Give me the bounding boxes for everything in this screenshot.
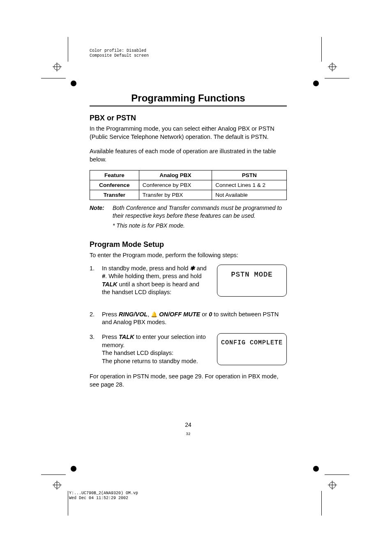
note-label: Note:	[90, 204, 113, 220]
bell-icon: 🔔	[151, 311, 157, 318]
talk-key: TALK	[119, 334, 134, 340]
lcd-text: PSTN MODE	[231, 271, 273, 279]
step-number: 2.	[90, 311, 102, 327]
step-2: 2. Press RING/VOL, 🔔 ON/OFF MUTE or 0 to…	[90, 311, 287, 327]
th-feature: Feature	[90, 170, 139, 180]
page-title: Programming Functions	[90, 92, 287, 106]
program-mode-intro: To enter the Program mode, perform the f…	[90, 251, 287, 260]
cell-pstn: Connect Lines 1 & 2	[212, 180, 287, 190]
crop-mark	[321, 37, 322, 62]
crop-mark	[325, 78, 349, 78]
page-content: Programming Functions PBX or PSTN In the…	[90, 92, 287, 436]
th-pstn: PSTN	[212, 170, 287, 180]
note-sub: * This note is for PBX mode.	[113, 222, 287, 229]
crop-mark	[41, 78, 66, 78]
onoff-mute-key: ON/OFF MUTE	[157, 311, 200, 318]
section-pbx-or-pstn-title: PBX or PSTN	[90, 114, 287, 122]
regmark-top-left	[53, 62, 65, 75]
intro-paragraph-2: Available features of each mode of opera…	[90, 147, 287, 164]
step-1-row: 1. In standby mode, press and hold ✱ and…	[90, 265, 287, 303]
ring-vol-key: RING/VOL	[119, 311, 148, 318]
cell-feature: Transfer	[90, 190, 139, 200]
talk-key: TALK	[102, 281, 118, 288]
regmark-top-right	[328, 62, 340, 75]
regmark-bottom-right	[328, 481, 340, 493]
intro-paragraph-1: In the Programming mode, you can select …	[90, 125, 287, 141]
regmark-bottom-left	[53, 481, 65, 493]
asterisk-key: ✱	[190, 265, 195, 272]
note-text: Both Conference and Transfer commands mu…	[113, 204, 287, 220]
crop-dot	[71, 81, 76, 86]
section-program-mode-title: Program Mode Setup	[90, 240, 287, 249]
lcd-display-1: PSTN MODE	[217, 265, 287, 297]
page-number: 24	[90, 421, 287, 428]
meta-file-footer: Y:...UC790B_2(ANA9320) OM.vp Wed Dec 04 …	[69, 491, 138, 501]
cell-analog: Transfer by PBX	[139, 190, 212, 200]
crop-mark	[321, 491, 322, 516]
meta-color-profile: Color profile: Disabled Composite Defaul…	[90, 48, 149, 58]
crop-mark	[68, 37, 68, 62]
step-3-row: 3. Press TALK to enter your selection in…	[90, 333, 287, 365]
cell-pstn: Not Available	[212, 190, 287, 200]
table-row: Transfer Transfer by PBX Not Available	[90, 190, 287, 200]
lcd-text: CONFIG COMPLETE	[221, 339, 283, 346]
cell-feature: Conference	[90, 180, 139, 190]
th-analog-pbx: Analog PBX	[139, 170, 212, 180]
step-number: 3.	[90, 333, 102, 365]
crop-dot	[71, 466, 76, 472]
zero-key: 0	[209, 311, 212, 318]
step-body: In standby mode, press and hold ✱ and #.…	[102, 265, 207, 297]
crop-mark	[41, 474, 66, 475]
crop-mark	[68, 491, 68, 516]
page-number-small: 32	[90, 432, 287, 436]
lcd-display-2: CONFIG COMPLETE	[217, 333, 287, 365]
feature-table: Feature Analog PBX PSTN Conference Confe…	[90, 170, 287, 200]
table-row: Conference Conference by PBX Connect Lin…	[90, 180, 287, 190]
cell-analog: Conference by PBX	[139, 180, 212, 190]
step-1: 1. In standby mode, press and hold ✱ and…	[90, 265, 207, 297]
crop-mark	[325, 474, 349, 475]
step-body: Press TALK to enter your selection into …	[102, 333, 207, 365]
closing-paragraph: For operation in PSTN mode, see page 29.…	[90, 373, 287, 389]
step-body: Press RING/VOL, 🔔 ON/OFF MUTE or 0 to sw…	[102, 311, 287, 327]
step-number: 1.	[90, 265, 102, 297]
hash-key: #	[102, 273, 105, 279]
step-3: 3. Press TALK to enter your selection in…	[90, 333, 207, 365]
crop-dot	[313, 466, 319, 472]
table-header-row: Feature Analog PBX PSTN	[90, 170, 287, 180]
note-block: Note: Both Conference and Transfer comma…	[90, 204, 287, 220]
crop-dot	[313, 81, 319, 86]
